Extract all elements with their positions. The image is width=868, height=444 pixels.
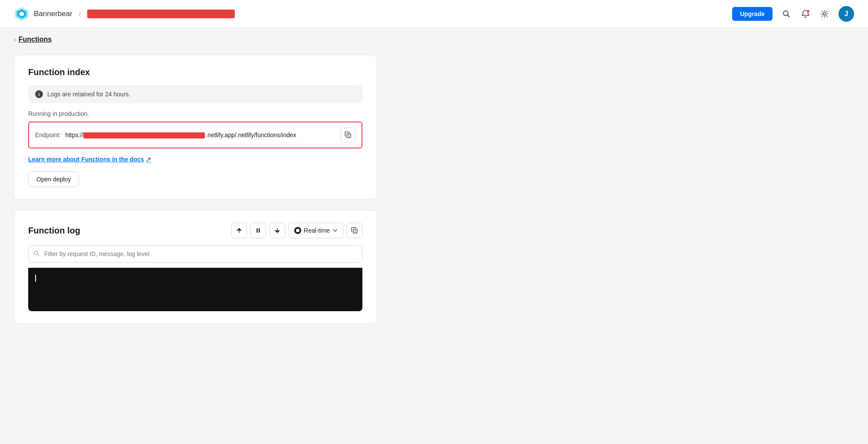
svg-point-6 <box>823 13 826 15</box>
learn-more-link[interactable]: Learn more about Functions in the docs ↗ <box>28 156 151 163</box>
copy-log-button[interactable] <box>347 223 362 238</box>
svg-rect-8 <box>256 228 258 233</box>
realtime-label: Real-time <box>304 227 330 234</box>
pause-icon <box>255 227 261 234</box>
endpoint-url-suffix: .netlify.app/.netlify/functions/index <box>206 132 296 138</box>
bannerbear-logo <box>14 6 30 22</box>
endpoint-url-redacted <box>83 132 205 138</box>
svg-line-5 <box>788 15 790 17</box>
info-banner-text: Logs are retained for 24 hours. <box>47 91 130 98</box>
header-right: Upgrade J <box>732 6 854 22</box>
breadcrumb: ‹ Functions <box>0 28 868 48</box>
copy-log-icon <box>351 227 358 234</box>
settings-icon[interactable] <box>819 9 830 19</box>
back-arrow: ‹ <box>14 36 16 43</box>
svg-rect-9 <box>259 228 260 233</box>
brand-name: Bannerbear <box>34 10 72 18</box>
log-cursor <box>35 275 36 282</box>
notifications-icon[interactable] <box>800 9 811 19</box>
function-index-card: Function index i Logs are retained for 2… <box>14 55 377 200</box>
function-log-title: Function log <box>28 226 80 236</box>
functions-breadcrumb-link[interactable]: Functions <box>19 36 52 43</box>
realtime-dot <box>294 227 301 234</box>
realtime-button[interactable]: Real-time <box>289 223 343 238</box>
header-left: Bannerbear › <box>14 6 235 22</box>
endpoint-url: https://.netlify.app/.netlify/functions/… <box>65 132 336 138</box>
arrow-up-icon <box>236 227 242 234</box>
avatar[interactable]: J <box>838 6 854 22</box>
learn-more-text: Learn more about Functions in the docs <box>28 156 144 163</box>
filter-input-wrap <box>28 245 362 263</box>
filter-input[interactable] <box>28 245 362 263</box>
upgrade-button[interactable]: Upgrade <box>732 7 773 21</box>
running-text: Running in production. <box>28 110 362 117</box>
svg-rect-10 <box>353 229 357 233</box>
notification-dot <box>806 10 810 13</box>
main-content: Function index i Logs are retained for 2… <box>0 48 391 341</box>
open-deploy-button[interactable]: Open deploy <box>28 171 79 187</box>
function-log-card: Function log Real-time <box>14 210 377 324</box>
scroll-down-button[interactable] <box>270 223 285 238</box>
learn-more-arrow: ↗ <box>146 156 151 163</box>
info-icon: i <box>35 90 43 98</box>
search-icon[interactable] <box>781 9 792 19</box>
svg-rect-7 <box>347 134 351 138</box>
header-project-redacted <box>87 10 235 18</box>
chevron-down-icon <box>332 228 338 233</box>
function-index-title: Function index <box>28 67 362 77</box>
header: Bannerbear › Upgrade J <box>0 0 868 28</box>
filter-search-icon <box>33 250 39 258</box>
copy-icon <box>345 132 352 138</box>
endpoint-label: Endpoint: <box>35 132 61 138</box>
info-banner: i Logs are retained for 24 hours. <box>28 85 362 103</box>
arrow-down-icon <box>274 227 280 234</box>
header-separator: › <box>79 9 81 18</box>
scroll-up-button[interactable] <box>231 223 247 238</box>
log-terminal <box>28 268 362 311</box>
pause-button[interactable] <box>250 223 266 238</box>
log-controls: Real-time <box>231 223 362 238</box>
copy-endpoint-button[interactable] <box>341 128 355 142</box>
endpoint-box: Endpoint: https://.netlify.app/.netlify/… <box>28 122 362 148</box>
log-header: Function log Real-time <box>28 223 362 238</box>
svg-line-12 <box>37 254 39 256</box>
